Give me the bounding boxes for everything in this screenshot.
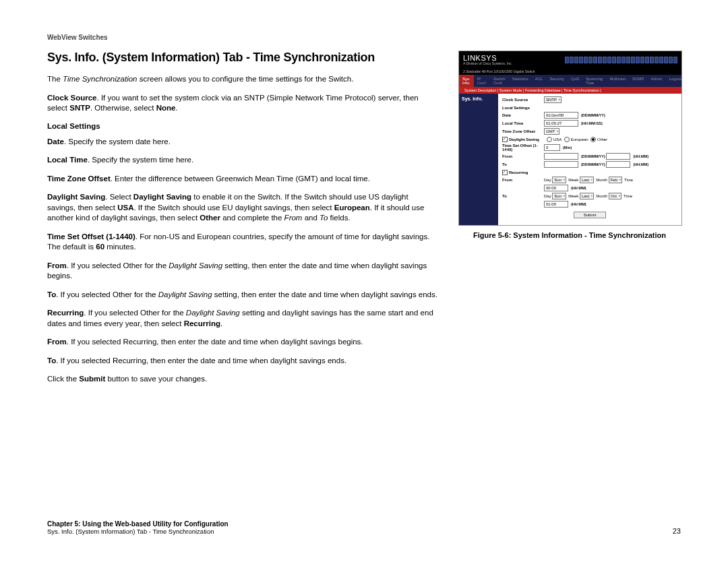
tab-qos[interactable]: QoS	[568, 75, 582, 87]
text: Time	[624, 178, 633, 182]
intro-paragraph: The Time Synchronization screen allows y…	[47, 74, 438, 85]
from-paragraph: From. If you selected Other for the Dayl…	[47, 261, 438, 282]
tab-ipconf[interactable]: IP Conf.	[474, 75, 490, 87]
tab-statistics[interactable]: Statistics	[509, 75, 532, 87]
inp-date[interactable]: 01/Jan/00	[544, 112, 578, 119]
lbl-rfrom: From	[502, 178, 544, 182]
shot-header: LINKSYS A Division of Cisco Systems, Inc…	[459, 51, 681, 68]
text: Week	[568, 194, 578, 198]
tab-acl[interactable]: ACL	[532, 75, 547, 87]
term: To	[320, 214, 328, 222]
inp-tso[interactable]: 0	[544, 144, 560, 151]
sel-clock-source[interactable]: SNTP	[544, 96, 562, 103]
footer-section: Sys. Info. (System Information) Tab - Ti…	[47, 528, 229, 535]
text: Day	[544, 194, 551, 198]
sel-rto-month[interactable]: Oct	[609, 193, 621, 199]
chk-daylight[interactable]	[502, 137, 508, 142]
opt-european: European	[571, 137, 588, 142]
button-name: Submit	[79, 375, 105, 383]
text: . Enter the difference between Greenwich…	[111, 175, 370, 183]
option: Daylight Saving	[133, 193, 191, 201]
term: Daylight Saving	[186, 309, 240, 317]
text: Week	[568, 178, 578, 182]
hint-from-date: (DD/MMM/YY)	[581, 154, 605, 158]
option: USA	[117, 204, 133, 212]
option: Other	[200, 214, 220, 222]
text: Month	[596, 194, 607, 198]
tab-switchconf[interactable]: Switch Conf.	[490, 75, 509, 87]
hint-to-date: (DD/MMM/YY)	[581, 162, 605, 166]
text: fields.	[328, 214, 350, 222]
term: Daylight Saving	[158, 290, 212, 299]
tab-logout[interactable]: Logout	[665, 75, 684, 87]
hint-tso: (Min)	[563, 146, 572, 150]
inp-rto-time[interactable]: 01:00	[544, 201, 568, 208]
sel-rto-day[interactable]: Sun	[552, 193, 566, 199]
inp-to-time[interactable]	[606, 161, 630, 168]
sel-tzo[interactable]: GMT	[544, 128, 559, 135]
field-label: Daylight Saving	[47, 193, 105, 201]
sel-rfrom-month[interactable]: Feb	[609, 177, 622, 183]
tso-paragraph: Time Set Offset (1-1440). For non-US and…	[47, 232, 438, 253]
inp-from-date[interactable]	[544, 153, 578, 160]
text: Time	[624, 194, 632, 198]
local-time-paragraph: Local Time. Specify the system time here…	[47, 155, 438, 166]
tab-admin[interactable]: Admin	[647, 75, 665, 87]
inp-to-date[interactable]	[544, 161, 578, 168]
field-label: Time Set Offset (1-1440)	[47, 232, 135, 241]
text: setting, then enter the date and time wh…	[212, 290, 437, 299]
field-label: From	[47, 338, 67, 346]
sel-rfrom-week[interactable]: Last	[580, 177, 594, 183]
tab-snmp[interactable]: SNMP	[629, 75, 647, 87]
field-label: Local Time	[47, 156, 88, 164]
text: . If you selected Other for the	[84, 309, 186, 317]
inp-rfrom-time[interactable]: 00:00	[544, 185, 568, 191]
lbl-rto: To	[502, 194, 544, 198]
text: . Select	[105, 193, 133, 201]
shot-tabs: Sys. Info. IP Conf. Switch Conf. Statist…	[459, 75, 681, 87]
screenshot-figure: LINKSYS A Division of Cisco Systems, Inc…	[458, 51, 682, 226]
submit-line: Click the Submit button to save your cha…	[47, 374, 438, 385]
tab-sysinfo[interactable]: Sys. Info.	[459, 75, 474, 87]
hint-date: (DD/MMM/YY)	[581, 113, 605, 117]
sel-rfrom-day[interactable]: Sun	[552, 177, 566, 183]
radio-other[interactable]	[590, 137, 596, 142]
text: button to save your changes.	[105, 375, 207, 383]
inp-local-time[interactable]: 01:05:27	[544, 120, 578, 127]
field-label: Date	[47, 137, 64, 146]
recurring-paragraph: Recurring. If you selected Other for the…	[47, 308, 438, 329]
radio-usa[interactable]	[547, 137, 552, 142]
radio-european[interactable]	[564, 137, 570, 142]
option: None	[156, 104, 176, 112]
text: Click the	[47, 375, 79, 383]
submit-button[interactable]: Submit	[574, 212, 606, 218]
text: . Specify the system date here.	[64, 137, 171, 146]
page-number: 23	[673, 527, 681, 535]
hint-rfrom-time: (HH:MM)	[571, 186, 586, 190]
term: Daylight Saving	[169, 261, 222, 270]
text: .	[175, 104, 177, 112]
to-paragraph: To. If you selected Other for the Daylig…	[47, 290, 438, 301]
inp-from-time[interactable]	[606, 153, 630, 160]
local-settings-heading: Local Settings	[47, 122, 438, 130]
hint-rto-time: (HH:MM)	[571, 202, 586, 206]
term: Time Synchronization	[63, 75, 137, 83]
logo-subtitle: A Division of Cisco Systems, Inc.	[463, 61, 512, 65]
tab-multicast[interactable]: Multicast	[606, 75, 629, 87]
text: . If you selected Other for the	[56, 290, 158, 299]
option: Recurring	[184, 319, 220, 327]
date-paragraph: Date. Specify the system date here.	[47, 137, 438, 148]
lbl-clock-source: Clock Source	[502, 98, 544, 102]
page-footer: Chapter 5: Using the Web-based Utility f…	[47, 520, 681, 535]
field-label: To	[47, 290, 56, 299]
main-content: Sys. Info. (System Information) Tab - Ti…	[47, 51, 438, 393]
tab-security[interactable]: Security	[546, 75, 568, 87]
device-name: 2 Stackable 48-Port 10/100/1000 Gigabit …	[459, 68, 681, 75]
tab-stp[interactable]: Spanning Tree	[582, 75, 606, 87]
lbl-local-settings: Local Settings	[502, 106, 544, 110]
value: 60	[96, 243, 104, 251]
sel-rto-week[interactable]: Last	[580, 193, 594, 199]
chk-recurring[interactable]	[502, 170, 508, 175]
lbl-tso: Time Set Offset (1-1440)	[502, 144, 544, 152]
hint-to-time: (HH:MM)	[633, 162, 648, 166]
